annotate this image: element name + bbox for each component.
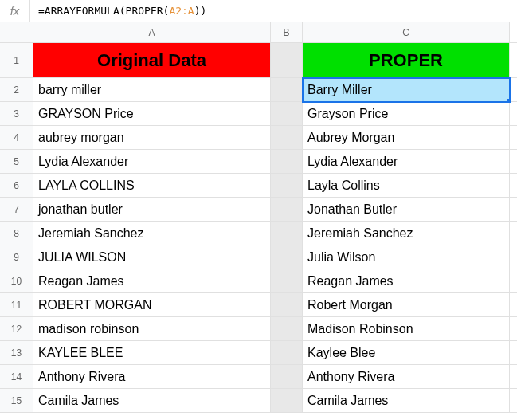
- cell-a9[interactable]: JULIA WILSON: [33, 245, 271, 269]
- formula-prefix: =ARRAYFORMULA(PROPER(: [38, 5, 169, 17]
- cell-b8[interactable]: [271, 222, 303, 245]
- cell-c9[interactable]: Julia Wilson: [303, 245, 510, 269]
- cell-filler-13: [510, 341, 517, 365]
- cell-a4[interactable]: aubrey morgan: [33, 126, 271, 150]
- cell-b3[interactable]: [271, 102, 303, 126]
- cell-b6[interactable]: [271, 174, 303, 198]
- cell-c5[interactable]: Lydia Alexander: [303, 150, 510, 174]
- cell-c6[interactable]: Layla Collins: [303, 174, 510, 198]
- cell-filler-2: [510, 78, 517, 102]
- cell-a15[interactable]: Camila James: [33, 389, 271, 413]
- col-header-a[interactable]: A: [33, 22, 271, 43]
- cell-filler-12: [510, 317, 517, 341]
- header-proper[interactable]: PROPER: [303, 43, 510, 78]
- header-original-data[interactable]: Original Data: [33, 43, 271, 78]
- cell-b7[interactable]: [271, 198, 303, 222]
- cell-c12[interactable]: Madison Robinson: [303, 317, 510, 341]
- cell-filler-5: [510, 150, 517, 174]
- cell-a5[interactable]: Lydia Alexander: [33, 150, 271, 174]
- row-header-1[interactable]: 1: [0, 43, 33, 78]
- row-header-14[interactable]: 14: [0, 365, 33, 389]
- cell-a11[interactable]: ROBERT MORGAN: [33, 293, 271, 317]
- cell-filler-1: [510, 43, 517, 78]
- cell-filler-11: [510, 293, 517, 317]
- row-header-4[interactable]: 4: [0, 126, 33, 150]
- row-header-13[interactable]: 13: [0, 341, 33, 365]
- cell-a6[interactable]: LAYLA COLLINS: [33, 174, 271, 198]
- row-header-11[interactable]: 11: [0, 293, 33, 317]
- cell-a10[interactable]: Reagan James: [33, 269, 271, 293]
- cell-filler-15: [510, 389, 517, 413]
- cell-b9[interactable]: [271, 245, 303, 269]
- fx-icon[interactable]: fx: [0, 0, 30, 22]
- cell-c13[interactable]: Kaylee Blee: [303, 341, 510, 365]
- cell-filler-7: [510, 198, 517, 222]
- cell-filler-8: [510, 222, 517, 245]
- row-header-6[interactable]: 6: [0, 174, 33, 198]
- cell-c2[interactable]: Barry Miller: [303, 78, 510, 102]
- col-header-filler: [510, 22, 517, 43]
- cell-filler-3: [510, 102, 517, 126]
- formula-input[interactable]: =ARRAYFORMULA(PROPER(A2:A)): [30, 5, 206, 17]
- spreadsheet-grid[interactable]: ABC1Original DataPROPER2barry millerBarr…: [0, 22, 517, 413]
- cell-b1[interactable]: [271, 43, 303, 78]
- row-header-9[interactable]: 9: [0, 245, 33, 269]
- formula-suffix: )): [194, 5, 207, 17]
- cell-b10[interactable]: [271, 269, 303, 293]
- cell-a12[interactable]: madison robinson: [33, 317, 271, 341]
- cell-a2[interactable]: barry miller: [33, 78, 271, 102]
- col-header-b[interactable]: B: [271, 22, 303, 43]
- cell-a13[interactable]: KAYLEE BLEE: [33, 341, 271, 365]
- select-all-corner[interactable]: [0, 22, 33, 43]
- row-header-2[interactable]: 2: [0, 78, 33, 102]
- formula-bar[interactable]: fx =ARRAYFORMULA(PROPER(A2:A)): [0, 0, 517, 22]
- cell-a14[interactable]: Anthony Rivera: [33, 365, 271, 389]
- cell-c10[interactable]: Reagan James: [303, 269, 510, 293]
- cell-b12[interactable]: [271, 317, 303, 341]
- row-header-3[interactable]: 3: [0, 102, 33, 126]
- cell-b5[interactable]: [271, 150, 303, 174]
- formula-ref: A2:A: [169, 5, 194, 17]
- cell-filler-10: [510, 269, 517, 293]
- row-header-7[interactable]: 7: [0, 198, 33, 222]
- row-header-10[interactable]: 10: [0, 269, 33, 293]
- cell-b2[interactable]: [271, 78, 303, 102]
- cell-a8[interactable]: Jeremiah Sanchez: [33, 222, 271, 245]
- row-header-8[interactable]: 8: [0, 222, 33, 245]
- cell-filler-6: [510, 174, 517, 198]
- cell-c14[interactable]: Anthony Rivera: [303, 365, 510, 389]
- cell-b13[interactable]: [271, 341, 303, 365]
- cell-c3[interactable]: Grayson Price: [303, 102, 510, 126]
- cell-b4[interactable]: [271, 126, 303, 150]
- cell-b11[interactable]: [271, 293, 303, 317]
- cell-filler-14: [510, 365, 517, 389]
- cell-c8[interactable]: Jeremiah Sanchez: [303, 222, 510, 245]
- row-header-15[interactable]: 15: [0, 389, 33, 413]
- cell-filler-4: [510, 126, 517, 150]
- cell-c7[interactable]: Jonathan Butler: [303, 198, 510, 222]
- cell-filler-9: [510, 245, 517, 269]
- cell-b15[interactable]: [271, 389, 303, 413]
- cell-c11[interactable]: Robert Morgan: [303, 293, 510, 317]
- cell-a3[interactable]: GRAYSON Price: [33, 102, 271, 126]
- col-header-c[interactable]: C: [303, 22, 510, 43]
- cell-a7[interactable]: jonathan butler: [33, 198, 271, 222]
- row-header-12[interactable]: 12: [0, 317, 33, 341]
- cell-c15[interactable]: Camila James: [303, 389, 510, 413]
- cell-b14[interactable]: [271, 365, 303, 389]
- row-header-5[interactable]: 5: [0, 150, 33, 174]
- cell-c4[interactable]: Aubrey Morgan: [303, 126, 510, 150]
